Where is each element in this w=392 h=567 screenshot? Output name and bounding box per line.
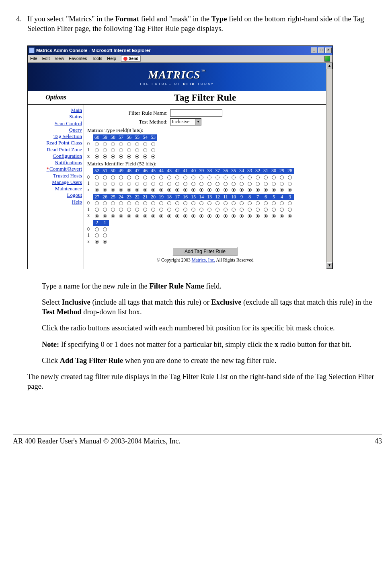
bit-radio[interactable]: [215, 182, 220, 186]
bit-radio[interactable]: [224, 214, 228, 218]
bit-radio[interactable]: [143, 214, 147, 218]
bit-radio[interactable]: [159, 188, 163, 192]
nav-notifications[interactable]: Notifications: [28, 159, 82, 166]
bit-radio[interactable]: [159, 175, 163, 179]
bit-radio[interactable]: [224, 188, 228, 192]
add-tag-filter-rule-button[interactable]: Add Tag Filter Rule: [172, 247, 238, 256]
bit-radio[interactable]: [111, 175, 115, 179]
bit-radio[interactable]: [151, 188, 155, 192]
bit-radio[interactable]: [151, 155, 155, 159]
bit-radio[interactable]: [143, 142, 147, 146]
bit-radio[interactable]: [95, 175, 99, 179]
bit-radio[interactable]: [256, 182, 260, 186]
bit-radio[interactable]: [103, 227, 107, 231]
bit-radio[interactable]: [240, 182, 244, 186]
copyright-link[interactable]: Matrics, Inc.: [192, 258, 215, 262]
menu-favorites[interactable]: Favorites: [69, 56, 87, 61]
bit-radio[interactable]: [119, 214, 123, 218]
bit-radio[interactable]: [264, 214, 268, 218]
bit-radio[interactable]: [127, 214, 131, 218]
maximize-button[interactable]: □: [318, 47, 324, 53]
bit-radio[interactable]: [175, 201, 179, 205]
bit-radio[interactable]: [103, 201, 107, 205]
bit-radio[interactable]: [191, 208, 195, 212]
bit-radio[interactable]: [135, 208, 139, 212]
vertical-scrollbar[interactable]: ▲ ▼: [326, 63, 332, 269]
bit-radio[interactable]: [111, 142, 115, 146]
bit-radio[interactable]: [280, 208, 284, 212]
bit-radio[interactable]: [159, 182, 163, 186]
bit-radio[interactable]: [280, 214, 284, 218]
bit-radio[interactable]: [127, 208, 131, 212]
menu-tools[interactable]: Tools: [92, 56, 103, 61]
bit-radio[interactable]: [207, 182, 211, 186]
bit-radio[interactable]: [167, 182, 171, 186]
bit-radio[interactable]: [288, 175, 292, 179]
bit-radio[interactable]: [127, 188, 131, 192]
bit-radio[interactable]: [183, 175, 187, 179]
bit-radio[interactable]: [103, 182, 107, 186]
bit-radio[interactable]: [191, 214, 195, 218]
bit-radio[interactable]: [103, 240, 107, 244]
bit-radio[interactable]: [95, 148, 99, 152]
bit-radio[interactable]: [248, 182, 252, 186]
bit-radio[interactable]: [143, 208, 147, 212]
bit-radio[interactable]: [264, 175, 268, 179]
bit-radio[interactable]: [119, 208, 123, 212]
bit-radio[interactable]: [280, 182, 284, 186]
bit-radio[interactable]: [183, 188, 187, 192]
bit-radio[interactable]: [199, 201, 203, 205]
nav-trusted-hosts[interactable]: Trusted Hosts: [28, 173, 82, 179]
bit-radio[interactable]: [103, 208, 107, 212]
bit-radio[interactable]: [111, 201, 115, 205]
bit-radio[interactable]: [272, 188, 276, 192]
bit-radio[interactable]: [183, 208, 187, 212]
bit-radio[interactable]: [103, 175, 107, 179]
nav-tag-selection[interactable]: Tag Selection: [28, 133, 82, 140]
bit-radio[interactable]: [143, 148, 147, 152]
bit-radio[interactable]: [127, 155, 131, 159]
bit-radio[interactable]: [143, 182, 147, 186]
menu-help[interactable]: Help: [107, 56, 116, 61]
bit-radio[interactable]: [248, 208, 252, 212]
nav-configuration[interactable]: Configuration: [28, 153, 82, 159]
bit-radio[interactable]: [175, 208, 179, 212]
bit-radio[interactable]: [207, 188, 211, 192]
bit-radio[interactable]: [199, 175, 203, 179]
bit-radio[interactable]: [264, 182, 268, 186]
bit-radio[interactable]: [143, 155, 147, 159]
bit-radio[interactable]: [111, 182, 115, 186]
bit-radio[interactable]: [207, 175, 211, 179]
scroll-down-button[interactable]: ▼: [326, 262, 332, 269]
bit-radio[interactable]: [143, 175, 147, 179]
bit-radio[interactable]: [103, 155, 107, 159]
bit-radio[interactable]: [103, 142, 107, 146]
nav-maintenance[interactable]: Maintenance: [28, 186, 82, 192]
send-button[interactable]: Send: [121, 56, 141, 62]
close-button[interactable]: ×: [325, 47, 332, 53]
bit-radio[interactable]: [240, 214, 244, 218]
nav-status[interactable]: Status: [28, 113, 82, 120]
bit-radio[interactable]: [111, 148, 115, 152]
bit-radio[interactable]: [272, 214, 276, 218]
bit-radio[interactable]: [256, 208, 260, 212]
bit-radio[interactable]: [95, 142, 99, 146]
bit-radio[interactable]: [95, 201, 99, 205]
bit-radio[interactable]: [280, 201, 284, 205]
bit-radio[interactable]: [167, 175, 171, 179]
bit-radio[interactable]: [103, 214, 107, 218]
bit-radio[interactable]: [288, 188, 292, 192]
bit-radio[interactable]: [151, 208, 155, 212]
bit-radio[interactable]: [240, 188, 244, 192]
bit-radio[interactable]: [183, 182, 187, 186]
test-method-select[interactable]: Inclusive ▼: [170, 118, 201, 126]
bit-radio[interactable]: [232, 201, 236, 205]
bit-radio[interactable]: [183, 214, 187, 218]
menu-file[interactable]: File: [30, 56, 37, 61]
bit-radio[interactable]: [151, 175, 155, 179]
bit-radio[interactable]: [199, 188, 203, 192]
bit-radio[interactable]: [199, 214, 203, 218]
scroll-track[interactable]: [326, 69, 332, 262]
bit-radio[interactable]: [119, 148, 123, 152]
bit-radio[interactable]: [151, 201, 155, 205]
